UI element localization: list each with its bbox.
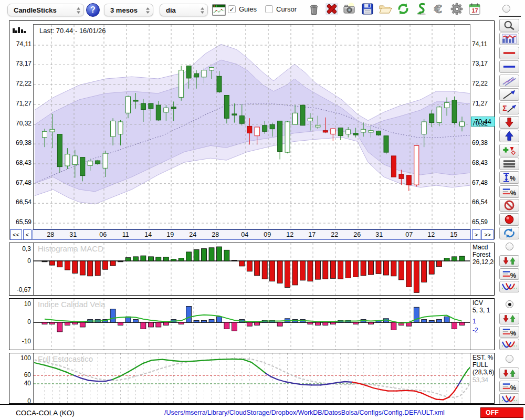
channel-icon bbox=[501, 76, 517, 86]
snapshot-icon[interactable] bbox=[342, 2, 358, 18]
icv-levels-percent-button[interactable]: % bbox=[499, 326, 519, 338]
date-axis-label: 04 bbox=[241, 231, 248, 238]
price-axis-label: 67,48 bbox=[9, 179, 32, 186]
icv-pos-value: 1 bbox=[472, 318, 476, 325]
add-signal-button[interactable] bbox=[499, 144, 519, 156]
macd-name-label2: Forest bbox=[472, 251, 495, 258]
stoch-plot: Full Estocastico bbox=[33, 353, 470, 403]
config-path: /Users/mserra/Library/CloudStorage/Dropb… bbox=[126, 409, 483, 416]
chart-type-select[interactable]: CandleSticks bbox=[7, 4, 84, 16]
date-axis-strip[interactable]: 283106111419242804091217222631071215 bbox=[33, 229, 470, 240]
disable-icon bbox=[501, 200, 517, 211]
cursor-checkbox[interactable]: Cursor bbox=[265, 5, 297, 13]
refresh-icon[interactable] bbox=[396, 2, 412, 18]
open-icon[interactable] bbox=[379, 2, 394, 18]
add-signal-icon bbox=[501, 145, 517, 155]
macd-plot: Histograma MACD bbox=[33, 243, 470, 295]
zoom-button[interactable] bbox=[499, 19, 519, 32]
app-window: CandleSticks ? 3 mesos dia ✓ Guies Curso… bbox=[0, 0, 525, 420]
vertical-percent-button[interactable]: % bbox=[499, 171, 519, 184]
calendar-icon[interactable]: 17 bbox=[468, 2, 484, 18]
sigma-trend-button[interactable]: Σ bbox=[499, 102, 519, 114]
blue-level-icon bbox=[501, 61, 517, 72]
stoch-arrows-button[interactable] bbox=[499, 368, 519, 379]
levels-percent-icon: % bbox=[501, 381, 517, 392]
record-button[interactable] bbox=[499, 213, 519, 226]
red-level-icon bbox=[501, 48, 517, 58]
price-volume-button[interactable] bbox=[499, 33, 519, 45]
help-icon[interactable]: ? bbox=[86, 3, 100, 17]
levels-percent-icon: % bbox=[501, 269, 517, 279]
symbol-label: COCA-COLA (KO) bbox=[16, 409, 75, 417]
nav-next-button[interactable]: > bbox=[472, 229, 480, 240]
price-axis-label: 69,38 bbox=[472, 139, 494, 146]
price-axis-label: 68,43 bbox=[472, 159, 494, 166]
date-axis-label: 24 bbox=[189, 231, 196, 238]
period-select[interactable]: 3 mesos bbox=[104, 4, 153, 16]
euro-icon[interactable]: € bbox=[433, 2, 448, 18]
arrows-icon bbox=[501, 369, 517, 377]
chevron-updown-icon bbox=[200, 7, 205, 14]
icv-curves-button[interactable] bbox=[499, 339, 519, 350]
price-volume-icon bbox=[501, 34, 517, 44]
icv-axis-max: 10 bbox=[9, 300, 31, 308]
off-toggle-button[interactable]: OFF bbox=[480, 407, 523, 418]
levels-list-icon bbox=[501, 159, 517, 169]
interval-value: dia bbox=[166, 6, 176, 14]
guies-checkbox[interactable]: ✓ Guies bbox=[228, 5, 257, 13]
interval-select[interactable]: dia bbox=[160, 4, 208, 16]
date-axis-label: 06 bbox=[99, 231, 107, 238]
macd-curves-button[interactable] bbox=[499, 281, 519, 292]
date-axis-label: 12 bbox=[427, 231, 435, 238]
nav-first-button[interactable]: << bbox=[10, 229, 22, 240]
save-icon[interactable] bbox=[361, 2, 376, 18]
sync-icon[interactable] bbox=[415, 2, 430, 18]
date-axis-label: 17 bbox=[308, 231, 316, 238]
delete-icon[interactable] bbox=[325, 2, 341, 18]
arrow-up-button[interactable] bbox=[499, 130, 519, 142]
price-axis-label: 70,32 bbox=[9, 120, 32, 127]
disable-button[interactable] bbox=[499, 199, 519, 212]
stoch-params-label: (28,3,6) bbox=[472, 369, 494, 376]
channel-button[interactable] bbox=[499, 75, 519, 87]
arrows-icon bbox=[501, 314, 517, 323]
date-axis-label: 09 bbox=[264, 231, 271, 238]
red-level-button[interactable] bbox=[499, 47, 519, 59]
macd-select-radio[interactable] bbox=[506, 243, 513, 250]
reload-button[interactable] bbox=[499, 227, 519, 239]
nav-prev-button[interactable]: < bbox=[23, 229, 32, 240]
stoch-current-value: 53,34 bbox=[472, 376, 488, 384]
svg-text:%: % bbox=[510, 329, 517, 337]
svg-text:€: € bbox=[434, 3, 442, 16]
stoch-levels-percent-button[interactable]: % bbox=[499, 381, 519, 392]
nav-last-button[interactable]: >> bbox=[481, 229, 494, 240]
icv-arrows-button[interactable] bbox=[499, 313, 519, 324]
stoch-select-radio[interactable] bbox=[506, 355, 513, 363]
settings-icon[interactable] bbox=[450, 2, 466, 18]
chevron-updown-icon bbox=[145, 7, 150, 14]
macd-levels-percent-button[interactable]: % bbox=[499, 268, 519, 280]
blue-level-button[interactable] bbox=[499, 60, 519, 73]
icv-select-radio[interactable] bbox=[506, 300, 513, 308]
levels-percent-icon: % bbox=[501, 186, 517, 197]
reload-icon bbox=[501, 228, 517, 238]
trash-icon[interactable] bbox=[307, 2, 323, 18]
chart-window-icon[interactable] bbox=[212, 4, 226, 16]
icv-neg-value: -2 bbox=[472, 327, 478, 334]
vertical-percent-icon: % bbox=[501, 172, 517, 183]
stoch-curves-button[interactable] bbox=[499, 393, 519, 405]
arrow-down-button[interactable] bbox=[499, 116, 519, 129]
date-axis-label: 19 bbox=[166, 231, 174, 238]
price-axis-label: 72,22 bbox=[9, 80, 32, 87]
price-chart-panel: Last: 70.44 - 16/01/26 70,44 << < 283106… bbox=[9, 20, 495, 239]
macd-arrows-button[interactable] bbox=[499, 255, 519, 267]
price-axis-label: 65,59 bbox=[9, 218, 32, 226]
curves-icon bbox=[501, 282, 517, 291]
toolbar-radio[interactable] bbox=[502, 5, 510, 13]
macd-panel: 0,3 0 -0,67 Histograma MACD Macd Forest … bbox=[9, 243, 495, 296]
stoch-axis-0: 0 bbox=[9, 397, 31, 404]
trend-arrow-button[interactable] bbox=[499, 88, 519, 101]
levels-percent-button[interactable]: % bbox=[499, 185, 519, 198]
levels-list-button[interactable] bbox=[499, 158, 519, 170]
svg-text:%: % bbox=[510, 189, 517, 197]
